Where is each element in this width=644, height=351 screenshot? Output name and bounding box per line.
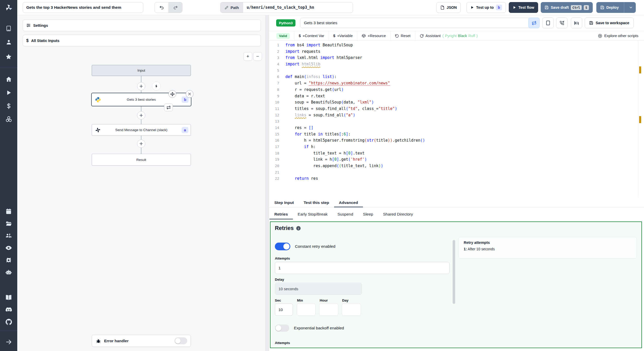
exponential-backoff-toggle[interactable] — [275, 324, 289, 332]
add-step-button[interactable] — [137, 140, 145, 148]
flow-node-input[interactable]: Input — [92, 65, 191, 76]
tab-advanced[interactable]: Advanced — [334, 200, 363, 207]
constant-retry-toggle[interactable] — [275, 243, 290, 250]
subtab-early-stop[interactable]: Early Stop/Break — [293, 212, 333, 219]
json-button[interactable]: JSON — [436, 2, 461, 13]
sidebar-favorites-button[interactable] — [0, 52, 17, 62]
code-line[interactable]: 17 if h: — [269, 144, 644, 150]
sec-input[interactable] — [275, 303, 293, 316]
code-line[interactable]: 19 link = h[0].get('href') — [269, 156, 644, 163]
sidebar-workspace-button[interactable] — [0, 23, 17, 33]
move-step-handle[interactable] — [168, 90, 176, 98]
windmill-logo[interactable] — [0, 0, 17, 15]
sidebar-collapse-button[interactable] — [0, 337, 17, 347]
path-field[interactable]: Path u/henri/send_to_slack_top3_hn — [220, 2, 353, 13]
zoom-out-button[interactable]: − — [253, 52, 262, 61]
sidebar-user-button[interactable] — [0, 37, 17, 47]
tab-step-input[interactable]: Step Input — [269, 200, 299, 207]
sidebar-resources-button[interactable] — [0, 114, 17, 124]
add-trigger-button[interactable] — [152, 82, 161, 90]
editor-overview-ruler[interactable] — [638, 41, 644, 197]
explore-other-scripts-button[interactable]: Explore other scripts — [598, 34, 644, 38]
error-handler-toggle[interactable] — [174, 337, 187, 344]
code-line[interactable]: 16 h = html5parser.fromstring(str(title)… — [269, 137, 644, 144]
code-line[interactable]: 12 links = soup.find_all("a") — [269, 112, 644, 118]
retries-scrollbar[interactable] — [453, 240, 455, 304]
attempts-input[interactable] — [275, 262, 450, 274]
error-handler-node[interactable]: Error handler — [92, 335, 191, 347]
code-editor[interactable]: 1from bs4 import BeautifulSoup2import re… — [269, 41, 644, 197]
sidebar-audit-button[interactable] — [0, 243, 17, 253]
sidebar-groups-button[interactable] — [0, 230, 17, 241]
code-line[interactable]: 18 title_text = h[0].text — [269, 150, 644, 157]
subtab-retries[interactable]: Retries — [269, 212, 293, 219]
code-line[interactable]: 5 — [269, 67, 644, 74]
flow-node-step-a[interactable]: Send Message to Channel (slack) a — [92, 124, 191, 136]
sidebar-github-button[interactable] — [0, 317, 17, 327]
sidebar-discord-button[interactable] — [0, 305, 17, 315]
sidebar-home-button[interactable] — [0, 74, 17, 84]
chevron-down-icon[interactable] — [629, 5, 633, 10]
code-line[interactable]: 6def main(infos: list): — [269, 74, 644, 80]
code-line[interactable]: 22 return res — [269, 175, 644, 182]
info-icon[interactable]: i — [296, 226, 301, 230]
test-up-to-button[interactable]: Test up to b — [467, 2, 506, 13]
add-context-var-button[interactable]: $+Context Var — [294, 31, 329, 40]
panel-splitter[interactable] — [265, 15, 269, 351]
sidebar-docs-button[interactable] — [0, 292, 17, 303]
kbd-s: S — [584, 5, 589, 10]
code-line[interactable]: 13 — [269, 118, 644, 125]
diff-toggle-button[interactable] — [528, 18, 540, 28]
code-line[interactable]: 3from lxml.html import html5parser — [269, 55, 644, 61]
flow-title-input[interactable] — [23, 2, 143, 13]
redo-button[interactable] — [168, 2, 182, 13]
sidebar-folders-button[interactable] — [0, 218, 17, 229]
code-line[interactable]: 10 soup = BeautifulSoup(data, "lxml") — [269, 99, 644, 106]
webhook-button[interactable] — [556, 18, 567, 28]
code-line[interactable]: 21 — [269, 169, 644, 176]
sidebar-settings-button[interactable] — [0, 255, 17, 265]
subtab-shared-directory[interactable]: Shared Directory — [378, 212, 418, 219]
flow-static-inputs-button[interactable]: $ All Static Inputs — [23, 35, 261, 46]
reset-button[interactable]: Reset — [391, 31, 415, 40]
tab-test-this-step[interactable]: Test this step — [299, 200, 334, 207]
add-resource-button[interactable]: +Resource — [357, 31, 391, 40]
deploy-button[interactable]: Deploy — [596, 2, 636, 13]
flow-node-result[interactable]: Result — [92, 154, 191, 166]
subtab-sleep[interactable]: Sleep — [358, 212, 378, 219]
sidebar-workers-button[interactable] — [0, 267, 17, 278]
code-line[interactable]: 11 titles = soup.find_all("td", class_="… — [269, 106, 644, 112]
save-draft-button[interactable]: Save draft Ctrl S — [541, 2, 593, 13]
code-line[interactable]: 15 for title in titles[:6]: — [269, 131, 644, 138]
flow-settings-button[interactable]: Settings — [23, 20, 261, 31]
code-line[interactable]: 9 data = r.text — [269, 93, 644, 99]
sidebar-schedules-button[interactable] — [0, 206, 17, 216]
day-input[interactable] — [342, 303, 361, 316]
code-line[interactable]: 20 res.append((title_text, link)) — [269, 163, 644, 169]
sleep-button[interactable] — [571, 18, 582, 28]
step-name-input[interactable] — [300, 18, 531, 28]
add-variable-button[interactable]: $+Variable — [329, 31, 358, 40]
add-step-button[interactable] — [137, 82, 145, 90]
zoom-in-button[interactable]: + — [243, 52, 252, 61]
code-line[interactable]: 8 r = requests.get(url) — [269, 87, 644, 93]
flow-node-step-b[interactable]: Gets 3 best stories b — [91, 93, 191, 106]
hour-input[interactable] — [319, 303, 338, 316]
test-flow-button[interactable]: Test flow — [509, 2, 538, 13]
min-input[interactable] — [297, 303, 316, 316]
code-line[interactable]: 7 url = "https://news.ycombinator.com/ne… — [269, 80, 644, 87]
subtab-suspend[interactable]: Suspend — [333, 212, 358, 219]
save-to-workspace-button[interactable]: Save to workspace — [585, 18, 634, 28]
code-line[interactable]: 4import html5lib — [269, 61, 644, 67]
delete-step-button[interactable] — [186, 90, 193, 98]
sidebar-variables-button[interactable] — [0, 101, 17, 111]
assistant-button[interactable]: Assistant (PyrightBlackRuff) — [415, 31, 482, 40]
code-line[interactable]: 1from bs4 import BeautifulSoup — [269, 42, 644, 48]
code-line[interactable]: 2import requests — [269, 48, 644, 55]
undo-button[interactable] — [155, 2, 168, 13]
step-retry-indicator[interactable] — [164, 104, 173, 111]
sidebar-runs-button[interactable] — [0, 88, 17, 98]
add-step-button[interactable] — [137, 111, 145, 119]
code-line[interactable]: 14 res = [] — [269, 125, 644, 131]
fullscreen-button[interactable] — [542, 18, 554, 28]
